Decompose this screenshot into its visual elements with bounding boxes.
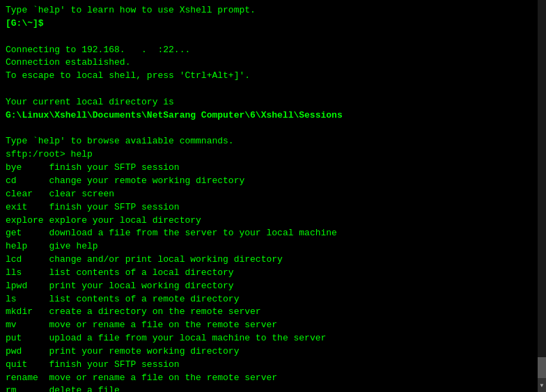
- command-name: ls: [6, 293, 49, 306]
- connecting-line: Connecting to 192.168. . :22...: [6, 44, 540, 57]
- command-desc: clear screen: [49, 188, 114, 201]
- command-name: mv: [6, 319, 49, 332]
- scrollbar-arrow-down[interactable]: ▼: [538, 378, 546, 392]
- command-name: rm: [6, 384, 49, 392]
- command-desc: create a directory on the remote server: [49, 306, 260, 319]
- command-desc: finish your SFTP session: [49, 201, 179, 214]
- command-name: help: [6, 240, 49, 253]
- command-desc: list contents of a local directory: [49, 267, 233, 280]
- local-dir-label: Your current local directory is: [6, 96, 540, 109]
- blank3: [6, 123, 540, 136]
- command-name: cd: [6, 175, 49, 188]
- blank2: [6, 83, 540, 96]
- command-name: pwd: [6, 345, 49, 359]
- command-row: exit finish your SFTP session: [6, 201, 540, 214]
- command-desc: list contents of a remote directory: [49, 293, 239, 306]
- scrollbar[interactable]: ▼: [538, 0, 546, 392]
- command-desc: change and/or print local working direct…: [49, 253, 282, 267]
- first-prompt: [G:\~]$: [6, 17, 540, 31]
- command-desc: upload a file from your local machine to…: [49, 332, 326, 345]
- terminal: Type `help' to learn how to use Xshell p…: [0, 0, 546, 392]
- command-name: put: [6, 332, 49, 345]
- command-name: rename: [6, 372, 49, 385]
- scrollbar-thumb[interactable]: [538, 357, 546, 378]
- command-name: lpwd: [6, 280, 49, 293]
- command-desc: explore your local directory: [49, 214, 201, 228]
- command-row: explore explore your local directory: [6, 214, 540, 228]
- command-row: pwd print your remote working directory: [6, 345, 540, 359]
- command-name: exit: [6, 201, 49, 214]
- command-row: lls list contents of a local directory: [6, 267, 540, 280]
- blank1: [6, 31, 540, 44]
- sftp-help-prompt: sftp:/root> help: [6, 148, 540, 162]
- command-name: get: [6, 227, 49, 240]
- command-name: mkdir: [6, 306, 49, 319]
- established-line: Connection established.: [6, 56, 540, 70]
- command-row: lpwd print your local working directory: [6, 280, 540, 293]
- type-help-line: Type `help' to browse available commnand…: [6, 135, 540, 148]
- command-row: help give help: [6, 240, 540, 253]
- command-row: lcd change and/or print local working di…: [6, 253, 540, 267]
- command-desc: finish your SFTP session: [49, 162, 179, 175]
- command-desc: move or rename a file on the remote serv…: [49, 319, 277, 332]
- command-row: put upload a file from your local machin…: [6, 332, 540, 345]
- command-name: explore: [6, 214, 49, 228]
- command-row: quit finish your SFTP session: [6, 359, 540, 372]
- command-desc: download a file from the server to your …: [49, 227, 336, 240]
- command-row: bye finish your SFTP session: [6, 162, 540, 175]
- local-dir-path: G:\Linux\Xshell\Documents\NetSarang Comp…: [6, 109, 540, 123]
- command-row: clear clear screen: [6, 188, 540, 201]
- command-desc: print your local working directory: [49, 280, 233, 293]
- command-row: rm delete a file: [6, 384, 540, 392]
- command-desc: move or rename a file on the remote serv…: [49, 372, 277, 385]
- command-name: quit: [6, 359, 49, 372]
- command-name: lls: [6, 267, 49, 280]
- prompt-text: [G:\~]$: [6, 17, 49, 31]
- command-name: clear: [6, 188, 49, 201]
- command-desc: delete a file: [49, 384, 119, 392]
- escape-line: To escape to local shell, press 'Ctrl+Al…: [6, 70, 540, 83]
- command-desc: print your remote working directory: [49, 345, 239, 359]
- command-desc: change your remote working directory: [49, 175, 244, 188]
- command-name: bye: [6, 162, 49, 175]
- initial-prompt-line: Type `help' to learn how to use Xshell p…: [6, 4, 540, 17]
- command-row: rename move or rename a file on the remo…: [6, 372, 540, 385]
- command-row: mkdir create a directory on the remote s…: [6, 306, 540, 319]
- command-desc: finish your SFTP session: [49, 359, 179, 372]
- command-row: cd change your remote working directory: [6, 175, 540, 188]
- command-desc: give help: [49, 240, 98, 253]
- command-name: lcd: [6, 253, 49, 267]
- command-row: ls list contents of a remote directory: [6, 293, 540, 306]
- command-row: mv move or rename a file on the remote s…: [6, 319, 540, 332]
- command-row: get download a file from the server to y…: [6, 227, 540, 240]
- commands-table: bye finish your SFTP sessioncd change yo…: [6, 162, 540, 392]
